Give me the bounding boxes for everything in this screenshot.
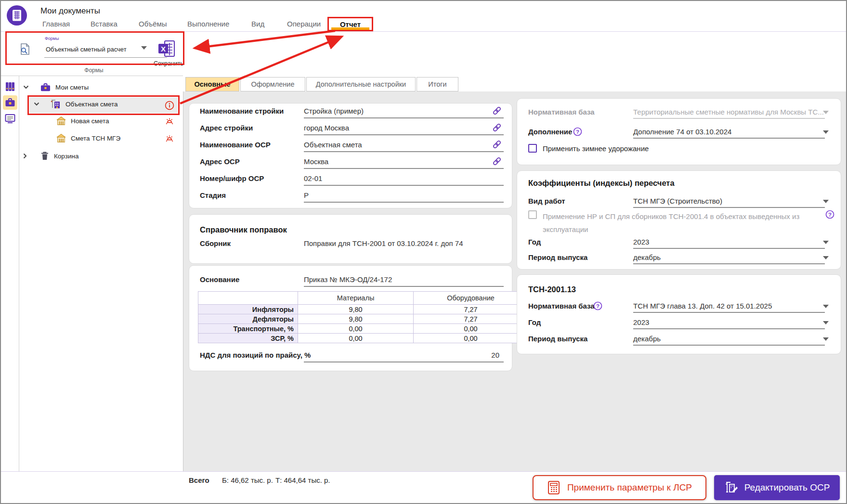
total-label: Всего — [189, 476, 209, 484]
tree-item-label: Мои сметы — [55, 84, 89, 91]
briefcase-estimates-icon[interactable] — [3, 95, 17, 110]
dropdown-arrow-icon[interactable] — [823, 256, 829, 259]
menu-item-obyomy[interactable]: Объёмы — [139, 20, 167, 28]
dropdown-arrow-icon[interactable] — [823, 305, 829, 308]
input-underline — [633, 345, 825, 346]
apply-params-button[interactable]: Применить параметры к ЛСР — [533, 475, 706, 500]
edit-osr-button[interactable]: Редактировать ОСР — [714, 475, 840, 500]
construction-name-input[interactable]: Стройка (пример) — [304, 107, 364, 115]
basis-input[interactable]: Приказ № МКЭ-ОД/24-172 — [304, 275, 392, 284]
field-label: Наименование стройки — [200, 107, 284, 115]
tree-item-tsn-mge-estimate[interactable]: Смета ТСН МГЭ — [56, 130, 120, 146]
alarm-icon[interactable] — [165, 116, 174, 125]
transport-materials-cell[interactable]: 0,00 — [298, 324, 414, 334]
field-label: Адрес стройки — [200, 124, 253, 132]
row-header: Транспортные, % — [198, 324, 298, 334]
tab-oformlenie[interactable]: Оформление — [240, 77, 305, 91]
tree-item-new-estimate[interactable]: Новая смета — [56, 113, 109, 129]
osr-name-input[interactable]: Объектная смета — [304, 141, 362, 149]
total-current-value: Т: 464,64 тыс. р. — [275, 476, 330, 484]
menu-item-vstavka[interactable]: Вставка — [91, 20, 117, 28]
stage-input[interactable]: Р — [304, 191, 309, 199]
tsn13-base-select[interactable]: ТСН МГЭ глава 13. Доп. 42 от 15.01.2025 — [633, 302, 772, 310]
field-label: Период выпуска — [528, 253, 587, 261]
input-underline — [304, 168, 504, 169]
coeff-year-select[interactable]: 2023 — [633, 238, 649, 246]
tsn13-year-select[interactable]: 2023 — [633, 318, 649, 326]
dropdown-arrow-icon[interactable] — [823, 337, 829, 341]
coefficients-title: Коэффициенты (индексы) пересчета — [528, 179, 675, 188]
tsn13-period-select[interactable]: декабрь — [633, 335, 661, 343]
winter-checkbox[interactable] — [528, 144, 537, 153]
field-label: Период выпуска — [528, 335, 587, 343]
zsr-materials-cell[interactable]: 0,00 — [298, 334, 414, 343]
input-underline — [633, 118, 825, 119]
input-underline — [304, 117, 504, 118]
table-header-row: Материалы Оборудование — [198, 292, 528, 305]
alarm-icon[interactable] — [165, 134, 174, 142]
tree-item-label: Смета ТСН МГЭ — [71, 135, 120, 142]
help-icon[interactable]: ? — [573, 127, 582, 136]
menu-item-vid[interactable]: Вид — [251, 20, 264, 28]
deflators-equipment-cell[interactable]: 7,27 — [414, 314, 528, 324]
dropdown-arrow-icon[interactable] — [823, 321, 829, 324]
tree-item-trash[interactable]: Корзина — [23, 148, 78, 164]
input-underline — [633, 207, 825, 208]
input-underline — [633, 312, 825, 313]
deflators-materials-cell[interactable]: 9,80 — [298, 314, 414, 324]
vat-input[interactable]: 20 — [304, 351, 499, 359]
inflators-materials-cell[interactable]: 9,80 — [298, 305, 414, 314]
input-underline — [304, 202, 504, 203]
work-type-select[interactable]: ТСН МГЭ (Строительство) — [633, 197, 722, 205]
calculator-icon — [547, 480, 560, 495]
help-icon[interactable]: ? — [593, 301, 602, 310]
coeff-period-select[interactable]: декабрь — [633, 253, 661, 261]
rail-divider — [19, 76, 19, 471]
inflators-equipment-cell[interactable]: 7,27 — [414, 305, 528, 314]
link-icon[interactable] — [492, 139, 502, 150]
help-icon[interactable]: ? — [825, 210, 834, 219]
table-row: ЗСР, % 0,00 0,00 — [198, 334, 528, 343]
report-board-icon[interactable] — [3, 111, 17, 126]
field-label: Вид работ — [528, 197, 565, 205]
input-underline — [633, 248, 825, 249]
edit-building-icon — [724, 480, 739, 495]
tab-itogi[interactable]: Итоги — [417, 77, 458, 91]
indices-table: Материалы Оборудование Инфляторы 9,80 7,… — [198, 291, 528, 343]
menu-item-otchet-active[interactable]: Отчет — [327, 17, 373, 31]
zsr-equipment-cell[interactable]: 0,00 — [414, 334, 528, 343]
menu-item-vypolnenie[interactable]: Выполнение — [187, 20, 229, 28]
nr-sp-checkbox-label: Применение НР и СП для сборников ТСН-200… — [543, 210, 812, 236]
table-corner-cell — [198, 292, 298, 305]
input-underline — [633, 263, 825, 264]
transport-equipment-cell[interactable]: 0,00 — [414, 324, 528, 334]
corrections-collection-value[interactable]: Поправки для ТСН-2001 от 03.10.2024 г. д… — [304, 239, 463, 247]
osr-address-input[interactable]: Москва — [304, 157, 328, 166]
link-icon[interactable] — [492, 122, 502, 133]
osr-number-input[interactable]: 02-01 — [304, 174, 322, 182]
estimate-house-icon — [56, 133, 66, 143]
tree-item-my-estimates[interactable]: Мои сметы — [23, 79, 89, 95]
field-label: Нормативная база — [528, 108, 595, 116]
menu-item-operacii[interactable]: Операции — [287, 20, 321, 28]
construction-address-input[interactable]: город Москва — [304, 124, 349, 132]
trash-icon — [40, 151, 49, 161]
supplement-select[interactable]: Дополнение 74 от 03.10.2024 — [633, 128, 731, 136]
header-bar: Мои документы Главная Вставка Объёмы Вып… — [1, 1, 846, 32]
link-icon[interactable] — [492, 156, 502, 167]
app-logo-icon — [7, 5, 27, 26]
dropdown-arrow-icon[interactable] — [823, 241, 829, 244]
menu-item-glavnaya[interactable]: Главная — [42, 20, 70, 28]
row-header: ЗСР, % — [198, 334, 298, 343]
svg-text:?: ? — [828, 212, 832, 218]
winter-checkbox-label: Применить зимнее удорожание — [543, 144, 649, 153]
tab-dop-nastroyki[interactable]: Дополнительные настройки — [306, 77, 416, 91]
link-icon[interactable] — [492, 105, 502, 116]
archive-binders-icon[interactable] — [3, 79, 17, 94]
tab-osnovnye[interactable]: Основные — [185, 77, 239, 91]
input-underline — [304, 185, 504, 186]
annotation-box-tree-row — [27, 95, 180, 115]
dropdown-arrow-icon[interactable] — [823, 200, 829, 203]
field-label: Номер/шифр ОСР — [200, 174, 264, 182]
dropdown-arrow-icon[interactable] — [823, 130, 829, 134]
